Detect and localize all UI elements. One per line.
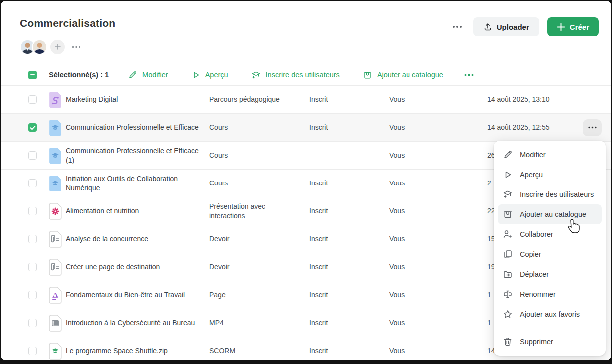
menu-item-enroll[interactable]: Inscrire des utilisateurs <box>498 184 602 204</box>
ellipsis-icon <box>464 74 474 76</box>
person-add-icon <box>503 229 513 239</box>
collaborators-more-button[interactable] <box>72 46 81 48</box>
assignment-file-icon <box>49 259 62 276</box>
presentation-file-icon <box>49 203 62 220</box>
row-more-button[interactable] <box>583 119 602 136</box>
row-status: Inscrit <box>309 95 389 104</box>
star-icon <box>503 309 513 319</box>
row-status: Inscrit <box>309 262 389 272</box>
menu-item-label: Ajouter au catalogue <box>520 210 586 218</box>
row-name: Communication Professionnelle et Efficac… <box>66 146 209 165</box>
row-owner: Vous <box>389 346 487 356</box>
check-icon <box>30 125 36 130</box>
toolbar-action-label: Ajouter au catalogue <box>377 71 443 79</box>
toolbar-action-enroll[interactable]: Inscrire des utilisateurs <box>251 70 340 80</box>
row-type: Cours <box>209 151 309 160</box>
row-checkbox[interactable] <box>28 207 37 215</box>
app-window: Commercialisation Uploader <box>1 1 611 360</box>
row-date: 14 août 2025, 13:10 <box>487 95 581 104</box>
add-collaborator-button[interactable] <box>50 40 65 54</box>
catalog-icon <box>503 209 513 219</box>
toolbar-more-button[interactable] <box>464 74 474 76</box>
menu-item-label: Déplacer <box>520 270 549 278</box>
toolbar-action-play[interactable]: Aperçu <box>191 70 228 80</box>
row-checkbox[interactable] <box>28 123 37 132</box>
toolbar-action-label: Modifier <box>142 71 168 79</box>
toolbar-action-catalog[interactable]: Ajouter au catalogue <box>363 70 443 80</box>
toolbar-action-label: Inscrire des utilisateurs <box>266 71 340 79</box>
row-status: Inscrit <box>309 318 389 328</box>
selected-count-label: Sélectionné(s) : 1 <box>49 71 109 79</box>
row-status: Inscrit <box>309 206 389 216</box>
row-name: Alimentation et nutrition <box>66 206 209 216</box>
toolbar-action-pencil[interactable]: Modifier <box>128 70 168 80</box>
ellipsis-icon <box>72 46 81 48</box>
row-checkbox[interactable] <box>28 95 37 104</box>
row-type: MP4 <box>209 318 309 328</box>
menu-item-play[interactable]: Aperçu <box>498 165 602 184</box>
row-owner: Vous <box>389 234 487 244</box>
row-owner: Vous <box>389 123 487 132</box>
header-actions: Uploader Créer <box>449 17 599 36</box>
row-name: Créer une page de destination <box>66 262 209 272</box>
menu-divider <box>500 328 600 328</box>
catalog-icon <box>363 70 372 80</box>
menu-item-pencil[interactable]: Modifier <box>498 145 602 165</box>
ellipsis-icon <box>588 126 597 129</box>
row-name: Le programme Space Shuttle.zip <box>66 346 209 356</box>
row-checkbox[interactable] <box>28 263 37 271</box>
avatar[interactable] <box>32 39 47 55</box>
menu-item-label: Renommer <box>520 290 556 298</box>
enroll-icon <box>503 189 513 199</box>
upload-button[interactable]: Uploader <box>473 17 539 36</box>
row-name: Communication Professionnelle et Efficac… <box>66 123 209 132</box>
row-owner: Vous <box>389 179 487 188</box>
row-checkbox[interactable] <box>28 179 37 187</box>
row-owner: Vous <box>389 318 487 328</box>
menu-item-catalog[interactable]: Ajouter au catalogue <box>498 204 602 224</box>
row-status: Inscrit <box>309 123 389 132</box>
menu-item-rename[interactable]: Renommer <box>498 284 602 304</box>
row-name: Initiation aux Outils de Collaboration N… <box>66 174 209 193</box>
row-type: Page <box>209 290 309 300</box>
row-name: Analyse de la concurrence <box>66 234 209 244</box>
menu-item-star[interactable]: Ajouter aux favoris <box>498 304 602 324</box>
create-button[interactable]: Créer <box>547 17 599 36</box>
trash-icon <box>503 337 513 347</box>
row-type: Parcours pédagogique <box>209 95 309 104</box>
menu-item-move[interactable]: Déplacer <box>498 264 602 284</box>
toolbar-action-label: Aperçu <box>205 71 228 79</box>
table-row[interactable]: Communication Professionnelle et Efficac… <box>1 114 611 142</box>
pencil-icon <box>503 150 513 160</box>
row-checkbox[interactable] <box>28 319 37 327</box>
row-checkbox[interactable] <box>28 291 37 299</box>
learning-path-file-icon <box>49 91 62 108</box>
menu-item-label: Collaborer <box>520 230 553 238</box>
menu-item-label: Supprimer <box>520 338 553 346</box>
selection-toolbar: Sélectionné(s) : 1 ModifierAperçuInscrir… <box>1 64 611 86</box>
row-owner: Vous <box>389 290 487 300</box>
row-checkbox[interactable] <box>28 347 37 355</box>
menu-item-trash[interactable]: Supprimer <box>498 332 602 352</box>
menu-item-person-add[interactable]: Collaborer <box>498 224 602 244</box>
svg-text:A: A <box>53 291 58 298</box>
video-file-icon <box>49 315 62 332</box>
row-name: Fondamentaux du Bien-être au Travail <box>66 290 209 300</box>
toolbar-actions: ModifierAperçuInscrire des utilisateursA… <box>128 70 443 80</box>
row-type: Devoir <box>209 234 309 244</box>
header-more-button[interactable] <box>449 23 465 30</box>
row-checkbox[interactable] <box>28 235 37 243</box>
menu-item-label: Copier <box>520 250 541 258</box>
menu-item-copy[interactable]: Copier <box>498 244 602 264</box>
upload-button-label: Uploader <box>497 23 529 31</box>
menu-item-label: Ajouter aux favoris <box>520 310 580 318</box>
table-row[interactable]: Marketing Digital Parcours pédagogique I… <box>1 86 611 114</box>
row-checkbox[interactable] <box>28 151 37 160</box>
menu-item-label: Inscrire des utilisateurs <box>520 190 594 198</box>
row-status: – <box>309 151 389 160</box>
select-all-checkbox[interactable] <box>28 71 37 79</box>
assignment-file-icon <box>49 231 62 248</box>
enroll-icon <box>251 70 261 80</box>
row-type: Devoir <box>209 262 309 272</box>
row-date: 14 août 2025, 12:55 <box>487 123 581 132</box>
